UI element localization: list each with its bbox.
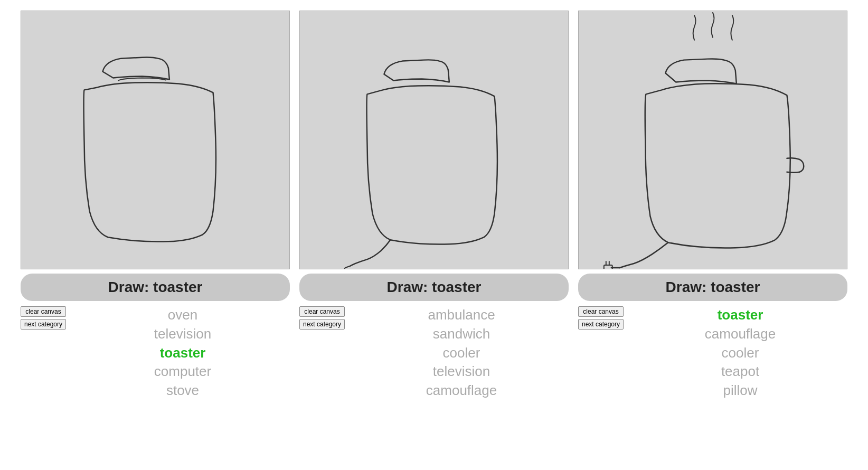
buttons-col-2: clear canvas next category [299,306,345,400]
guess-item-correct: toaster [718,306,763,324]
guess-item: cooler [722,344,759,362]
draw-label-2: Draw: toaster [299,274,569,301]
guess-item: camouflage [426,382,497,400]
buttons-col-3: clear canvas next category [578,306,624,400]
next-category-btn-2[interactable]: next category [299,319,345,330]
controls-row-1: clear canvas next category oven televisi… [21,306,290,400]
guess-item: camouflage [705,325,776,343]
canvas-area-2[interactable] [299,11,569,269]
controls-row-3: clear canvas next category toaster camou… [578,306,847,400]
guess-item: ambulance [428,306,495,324]
panel-1: Draw: toaster clear canvas next category… [21,11,290,400]
guess-item: television [433,363,490,381]
clear-canvas-btn-2[interactable]: clear canvas [299,306,345,317]
guesses-col-2: ambulance sandwich cooler television cam… [354,306,569,400]
guess-item: sandwich [433,325,490,343]
canvas-area-3[interactable] [578,11,847,269]
clear-canvas-btn-3[interactable]: clear canvas [578,306,624,317]
guess-item-correct: toaster [160,344,206,362]
guess-item: cooler [443,344,480,362]
next-category-btn-3[interactable]: next category [578,319,624,330]
guess-item: pillow [723,382,758,400]
guesses-col-3: toaster camouflage cooler teapot pillow [633,306,847,400]
panels-container: Draw: toaster clear canvas next category… [5,11,863,400]
drawing-svg-3 [579,11,847,269]
panel-3: Draw: toaster clear canvas next category… [578,11,847,400]
guess-item: teapot [721,363,759,381]
guess-item: oven [168,306,197,324]
guess-item: stove [166,382,199,400]
guess-item: television [154,325,211,343]
draw-label-1: Draw: toaster [21,274,290,301]
clear-canvas-btn-1[interactable]: clear canvas [21,306,66,317]
buttons-col-1: clear canvas next category [21,306,66,400]
drawing-svg-1 [21,11,289,269]
controls-row-2: clear canvas next category ambulance san… [299,306,569,400]
guesses-col-1: oven television toaster computer stove [76,306,290,400]
drawing-svg-2 [300,11,568,269]
canvas-area-1[interactable] [21,11,290,269]
draw-label-3: Draw: toaster [578,274,847,301]
panel-2: Draw: toaster clear canvas next category… [299,11,569,400]
next-category-btn-1[interactable]: next category [21,319,66,330]
guess-item: computer [154,363,211,381]
